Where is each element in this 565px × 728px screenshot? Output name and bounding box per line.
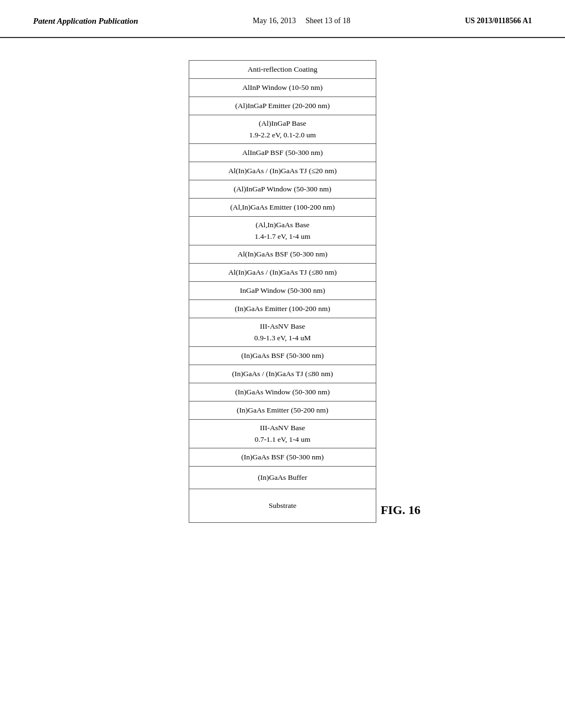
inGaAs-window2: (In)GaAs Window (50-300 nm): [189, 383, 376, 402]
page-header: Patent Application Publication May 16, 2…: [0, 0, 565, 38]
alGaAs-tj1: Al(In)GaAs / (In)GaAs TJ (≤20 nm): [189, 162, 376, 180]
table-row: (In)GaAs Window (50-300 nm): [189, 383, 376, 402]
table-row: Al(In)GaAs BSF (50-300 nm): [189, 245, 376, 264]
alinp-window: AlInP Window (10-50 nm): [189, 79, 376, 97]
sheet-number: Sheet 13 of 18: [306, 17, 350, 25]
table-row: III-AsNV Base0.7-1.1 eV, 1-4 um: [189, 420, 376, 448]
table-row: (Al)InGaP Base1.9-2.2 eV, 0.1-2.0 um: [189, 115, 376, 144]
table-row: (In)GaAs Buffer: [189, 467, 376, 489]
table-row: AlInGaP BSF (50-300 nm): [189, 144, 376, 162]
alinGaP-window: (Al)InGaP Window (50-300 nm): [189, 180, 376, 199]
inGaAs-bsf1: (In)GaAs BSF (50-300 nm): [189, 347, 376, 365]
table-row: (Al)InGaP Window (50-300 nm): [189, 180, 376, 199]
table-row: Anti-reflection Coating: [189, 61, 376, 79]
table-row: (In)GaAs Emitter (50-200 nm): [189, 402, 376, 420]
substrate: Substrate: [189, 489, 376, 523]
publication-date: May 16, 2013: [253, 17, 296, 25]
allInGaP-bsf: AlInGaP BSF (50-300 nm): [189, 144, 376, 162]
sheet-info: May 16, 2013 Sheet 13 of 18: [253, 17, 350, 25]
table-row: Substrate: [189, 489, 376, 523]
anti-reflection: Anti-reflection Coating: [189, 61, 376, 79]
inGaAs-emitter2: (In)GaAs Emitter (50-200 nm): [189, 402, 376, 420]
inGaP-window: InGaP Window (50-300 nm): [189, 282, 376, 300]
table-row: InGaP Window (50-300 nm): [189, 282, 376, 300]
inGaAs-buffer: (In)GaAs Buffer: [189, 467, 376, 489]
publication-label: Patent Application Publication: [33, 17, 138, 26]
layer-diagram: Anti-reflection CoatingAlInP Window (10-…: [189, 60, 376, 523]
iii-asnv-base1: III-AsNV Base0.9-1.3 eV, 1-4 uM: [189, 318, 376, 347]
alinGaAs-bsf: Al(In)GaAs BSF (50-300 nm): [189, 245, 376, 264]
table-row: III-AsNV Base0.9-1.3 eV, 1-4 uM: [189, 318, 376, 347]
alinGaP-emitter: (Al)InGaP Emitter (20-200 nm): [189, 97, 376, 115]
alinGaAs-emitter: (Al,In)GaAs Emitter (100-200 nm): [189, 199, 376, 217]
table-row: (Al,In)GaAs Emitter (100-200 nm): [189, 199, 376, 217]
table-row: (In)GaAs / (In)GaAs TJ (≤80 nm): [189, 365, 376, 383]
table-row: (In)GaAs BSF (50-300 nm): [189, 448, 376, 467]
alinGaP-base: (Al)InGaP Base1.9-2.2 eV, 0.1-2.0 um: [189, 115, 376, 144]
table-row: (In)GaAs Emitter (100-200 nm): [189, 300, 376, 318]
iii-asnv-base2: III-AsNV Base0.7-1.1 eV, 1-4 um: [189, 420, 376, 448]
inGaAs-bsf2: (In)GaAs BSF (50-300 nm): [189, 448, 376, 467]
table-row: (Al,In)GaAs Base1.4-1.7 eV, 1-4 um: [189, 217, 376, 245]
table-row: (Al)InGaP Emitter (20-200 nm): [189, 97, 376, 115]
patent-number: US 2013/0118566 A1: [465, 17, 532, 25]
figure-label: FIG. 16: [381, 503, 420, 517]
table-row: Al(In)GaAs / (In)GaAs TJ (≤80 nm): [189, 264, 376, 282]
table-row: (In)GaAs BSF (50-300 nm): [189, 347, 376, 365]
alinGaAs-base: (Al,In)GaAs Base1.4-1.7 eV, 1-4 um: [189, 217, 376, 245]
main-content: Anti-reflection CoatingAlInP Window (10-…: [0, 38, 565, 545]
alInGaAs-tj2: Al(In)GaAs / (In)GaAs TJ (≤80 nm): [189, 264, 376, 282]
inGaAs-tj3: (In)GaAs / (In)GaAs TJ (≤80 nm): [189, 365, 376, 383]
table-row: Al(In)GaAs / (In)GaAs TJ (≤20 nm): [189, 162, 376, 180]
diagram-container: Anti-reflection CoatingAlInP Window (10-…: [189, 60, 376, 523]
table-row: AlInP Window (10-50 nm): [189, 79, 376, 97]
inGaAs-emitter: (In)GaAs Emitter (100-200 nm): [189, 300, 376, 318]
